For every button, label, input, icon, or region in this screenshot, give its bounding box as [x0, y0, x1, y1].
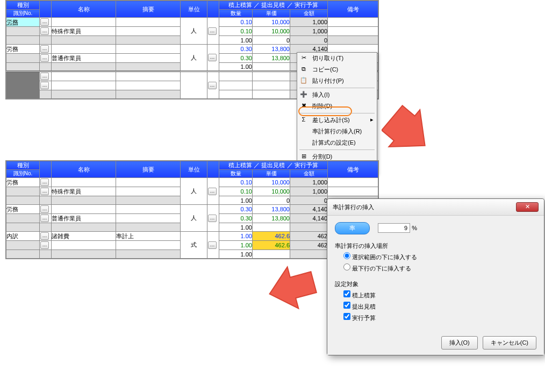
sigma-icon: Σ — [299, 116, 308, 123]
table-2: 種別 名称 摘要 単位 積上積算 ／ 提出見積 ／ 実行予算 備考 識別No. … — [5, 160, 379, 259]
rate-toggle-button[interactable]: 率 — [335, 222, 370, 234]
dots-button[interactable]: … — [40, 241, 49, 249]
cell-unit: 人 — [181, 18, 207, 45]
th-est-group: 積上積算 ／ 提出見積 ／ 実行予算 — [219, 1, 328, 10]
position-label: 率計算行の挿入場所 — [335, 242, 536, 250]
dots-button[interactable]: … — [40, 73, 49, 80]
th-unit: 単位 — [181, 1, 207, 18]
ctx-calc-setting[interactable]: 計算式の設定(E) — [297, 137, 377, 148]
dots-button[interactable]: … — [40, 18, 49, 26]
dots-button[interactable]: … — [40, 45, 49, 53]
dots-button[interactable]: … — [40, 27, 49, 35]
arrow-down-right-icon — [382, 105, 435, 159]
ok-button[interactable]: 挿入(O) — [441, 336, 478, 350]
dialog-titlebar: 率計算行の挿入 ✕ — [327, 199, 544, 216]
check-execution[interactable]: 実行予算 — [343, 313, 536, 322]
ctx-paste[interactable]: 📋貼り付け(P) — [297, 75, 377, 87]
th-summary: 摘要 — [116, 1, 181, 18]
table-row: 労務 … 人 … 0.10 10,000 1,000 — [6, 178, 378, 187]
ctx-insert-rate[interactable]: 率計算行の挿入(R) — [297, 126, 377, 137]
dots-button[interactable]: … — [208, 82, 217, 89]
dots-button[interactable]: … — [40, 232, 49, 240]
dots-button[interactable]: … — [208, 54, 217, 61]
svg-marker-1 — [266, 261, 319, 315]
ctx-insert-inc[interactable]: Σ差し込み計(S)▸ — [297, 115, 377, 126]
scissors-icon: ✂ — [299, 54, 308, 61]
check-submitted[interactable]: 提出見積 — [343, 302, 536, 311]
arrow-left-icon — [266, 261, 320, 315]
dots-button[interactable]: … — [40, 82, 49, 89]
dots-button[interactable]: … — [208, 27, 217, 35]
rate-input[interactable] — [378, 223, 410, 233]
radio-below-selection[interactable]: 選択範囲の下に挿入する — [343, 252, 536, 261]
th-type-no: 識別No. — [6, 10, 40, 18]
copy-icon: ⧉ — [299, 65, 308, 73]
cancel-button[interactable]: キャンセル(C) — [483, 336, 536, 350]
ctx-insert[interactable]: ➕挿入(I) — [297, 89, 377, 101]
target-label: 設定対象 — [335, 280, 536, 288]
th-type: 種別 — [6, 1, 40, 10]
th-remarks: 備考 — [328, 1, 378, 18]
dots-button[interactable]: … — [208, 215, 217, 222]
percent-label: % — [412, 225, 417, 231]
cell-type[interactable]: 労務 — [6, 18, 40, 27]
dots-button[interactable]: … — [40, 205, 49, 213]
check-estimate[interactable]: 積上積算 — [343, 290, 536, 300]
ctx-cut[interactable]: ✂切り取り(T) — [297, 53, 377, 64]
dots-button[interactable]: … — [40, 215, 49, 222]
rate-insert-dialog: 率計算行の挿入 ✕ 率 % 率計算行の挿入場所 選択範囲の下に挿入する 最下行の… — [327, 198, 544, 355]
dots-button[interactable]: … — [208, 188, 217, 195]
highlight-oval — [298, 106, 352, 116]
th-amount: 金額 — [290, 10, 328, 18]
dialog-title-text: 率計算行の挿入 — [333, 203, 374, 211]
table-row: 労務 … 人 … 0.30 13,800 4,140 — [6, 205, 378, 214]
radio-bottom[interactable]: 最下行の下に挿入する — [343, 263, 536, 273]
close-button[interactable]: ✕ — [516, 202, 539, 212]
dots-button[interactable]: … — [40, 54, 49, 62]
th-name: 名称 — [52, 1, 116, 18]
th-qty: 数量 — [219, 10, 253, 18]
th-price: 単価 — [253, 10, 290, 18]
table-row: 内訳 … 諸雑費 率計上 式 … 1.00 462.6 462 — [6, 232, 378, 241]
insert-icon: ➕ — [299, 90, 308, 98]
split-icon: ⊞ — [299, 152, 308, 160]
dots-button[interactable]: … — [40, 188, 49, 195]
dots-button[interactable]: … — [40, 179, 49, 186]
paste-icon: 📋 — [299, 76, 308, 84]
ctx-copy[interactable]: ⧉コピー(C) — [297, 64, 377, 75]
table-row: 労務 … 人 … 0.10 10,000 1,000 — [6, 18, 378, 27]
dots-button[interactable]: … — [208, 241, 217, 249]
svg-marker-0 — [382, 105, 435, 159]
